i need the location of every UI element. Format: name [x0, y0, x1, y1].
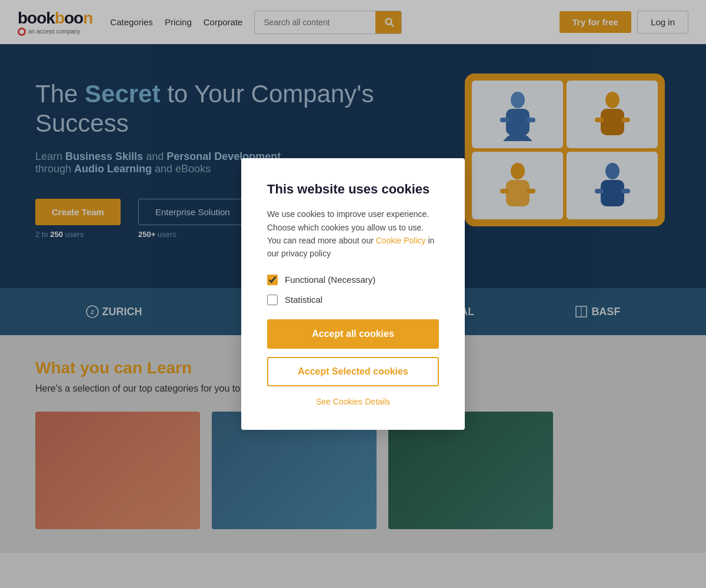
cookie-option-functional: Functional (Necessary) [267, 275, 439, 285]
see-cookies-link[interactable]: See Cookies Details [267, 397, 439, 406]
cookie-overlay: This website uses cookies We use cookies… [0, 0, 706, 588]
cookie-modal: This website uses cookies We use cookies… [241, 158, 465, 430]
cookie-options: Functional (Necessary) Statistical [267, 275, 439, 305]
functional-checkbox[interactable] [267, 275, 278, 285]
cookie-policy-link[interactable]: Cookie Policy [376, 236, 426, 245]
statistical-checkbox[interactable] [267, 295, 278, 305]
cookie-description: We use cookies to improve user experienc… [267, 208, 439, 260]
statistical-label: Statistical [285, 295, 322, 305]
cookie-option-statistical: Statistical [267, 295, 439, 305]
cookie-title: This website uses cookies [267, 182, 439, 197]
accept-all-button[interactable]: Accept all cookies [267, 319, 439, 349]
accept-selected-button[interactable]: Accept Selected cookies [267, 357, 439, 386]
functional-label: Functional (Necessary) [285, 275, 375, 285]
